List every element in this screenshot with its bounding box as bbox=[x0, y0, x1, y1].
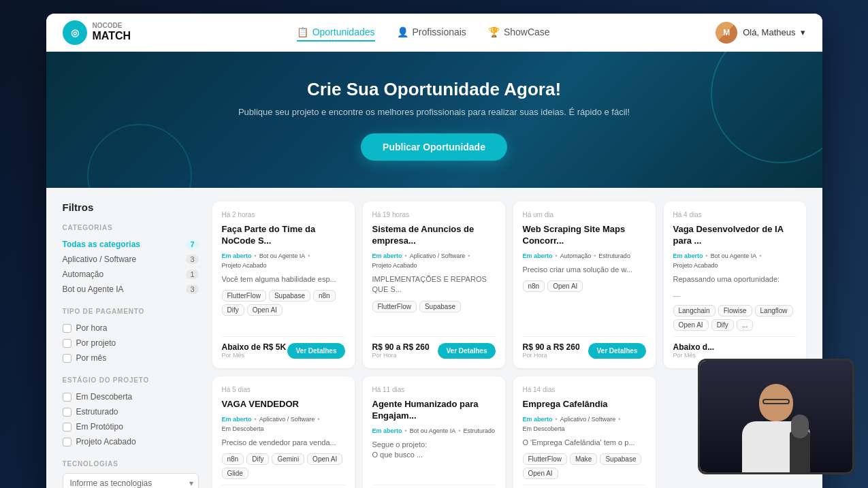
checkbox-por-projeto[interactable] bbox=[63, 339, 71, 348]
card-time-1: Há 2 horas bbox=[222, 211, 345, 218]
card-tech-2: FlutterFlow Supabase bbox=[372, 301, 496, 312]
card-footer-4: Abaixo d... Por Mês bbox=[673, 336, 797, 359]
card-desc-7: O 'Emprega Cafelândia' tem o p... bbox=[523, 438, 646, 448]
nav-showcase[interactable]: 🏆 ShowCase bbox=[488, 24, 550, 42]
stage-prototipo[interactable]: Em Protótipo bbox=[63, 419, 199, 434]
card-tags-1: Em aberto • Bot ou Agente IA • Projeto A… bbox=[222, 253, 345, 269]
card-price-sub-3: Por Hora bbox=[523, 352, 580, 359]
card-tags-2: Em aberto • Aplicativo / Software • Proj… bbox=[372, 253, 496, 269]
filter-app-software[interactable]: Aplicativo / Software 3 bbox=[63, 252, 199, 267]
hero-title: Crie Sua Oportunidade Agora! bbox=[87, 79, 782, 100]
card-title-4: Vaga Desenvolvedor de IA para ... bbox=[673, 224, 797, 247]
checkbox-por-mes[interactable] bbox=[63, 354, 71, 363]
card-desc-4: Repassando uma oportunidade: bbox=[673, 274, 797, 284]
filter-all-categories[interactable]: Todas as categorias 7 bbox=[63, 237, 199, 252]
person-glasses bbox=[762, 399, 790, 404]
card-desc-1: Você tem alguma habilidade esp... bbox=[222, 274, 345, 284]
checkbox-estruturado[interactable] bbox=[63, 408, 71, 417]
stage-descoberta[interactable]: Em Descoberta bbox=[63, 389, 199, 404]
card-btn-3[interactable]: Ver Detalhes bbox=[588, 343, 645, 359]
card-price-1: Abaixo de R$ 5K bbox=[222, 342, 287, 352]
card-title-1: Faça Parte do Time da NoCode S... bbox=[222, 224, 345, 247]
card-price-sub-2: Por Hora bbox=[372, 352, 430, 359]
card-desc-2: IMPLEMENTAÇÕES E REPAROS QUE S... bbox=[372, 274, 496, 295]
card-time-7: Há 14 dias bbox=[523, 386, 646, 393]
hero-subtitle: Publique seu projeto e encontre os melho… bbox=[87, 107, 782, 117]
payment-por-projeto[interactable]: Por projeto bbox=[63, 336, 199, 351]
card-title-3: Web Scraping Site Maps Concorr... bbox=[523, 224, 646, 247]
tech-dropdown-wrapper: Informe as tecnologias bbox=[63, 473, 199, 488]
card-tech-1: FlutterFlow Supabase n8n Dify Open AI bbox=[222, 290, 345, 316]
card-price-4: Abaixo d... bbox=[673, 342, 715, 352]
hero-banner: Crie Sua Oportunidade Agora! Publique se… bbox=[46, 52, 822, 188]
publish-opportunity-button[interactable]: Publicar Oportunidade bbox=[361, 133, 507, 161]
avatar: M bbox=[716, 22, 737, 44]
card-price-sub-4: Por Mês bbox=[673, 352, 715, 359]
filter-automacao[interactable]: Automação 1 bbox=[63, 267, 199, 282]
profissionais-icon: 👤 bbox=[397, 27, 408, 37]
card-time-4: Há 4 dias bbox=[673, 211, 797, 218]
microphone-stand bbox=[790, 432, 810, 472]
card-footer-3: R$ 90 a R$ 260 Por Hora Ver Detalhes bbox=[523, 336, 646, 359]
card-price-sub-1: Por Mês bbox=[222, 352, 287, 359]
payment-por-hora[interactable]: Por hora bbox=[63, 321, 199, 336]
card-tech-3: n8n Open AI bbox=[523, 280, 646, 292]
job-card-2: Há 19 horas Sistema de Anuncios de empre… bbox=[363, 201, 505, 368]
card-btn-1[interactable]: Ver Detalhes bbox=[287, 343, 344, 359]
job-card-3: Há um dia Web Scraping Site Maps Concorr… bbox=[513, 201, 656, 368]
showcase-icon: 🏆 bbox=[488, 27, 500, 37]
job-card-1: Há 2 horas Faça Parte do Time da NoCode … bbox=[212, 201, 355, 368]
card-title-7: Emprega Cafelândia bbox=[523, 399, 646, 410]
card-tech-5: n8n Dify Gemini Open AI Glide bbox=[222, 453, 345, 479]
card-tags-4: Em aberto • Bot ou Agente IA • Projeto A… bbox=[673, 253, 797, 269]
user-menu[interactable]: M Olá, Matheus ▾ bbox=[716, 22, 805, 44]
tech-dropdown[interactable]: Informe as tecnologias bbox=[63, 473, 199, 488]
card-desc-3: Preciso criar uma solução de w... bbox=[523, 265, 646, 275]
card-footer-5: Ver Detalhes bbox=[222, 485, 345, 488]
checkbox-descoberta[interactable] bbox=[63, 393, 71, 402]
card-tags-7: Em aberto • Aplicativo / Software • Em D… bbox=[523, 416, 646, 432]
project-stage-title: ESTÁGIO DO PROJETO bbox=[63, 376, 199, 384]
card-tech-4: Langchain Flowise Langflow Open AI Dify … bbox=[673, 305, 797, 331]
card-time-2: Há 19 horas bbox=[372, 211, 496, 218]
person-silhouette bbox=[735, 384, 817, 472]
card-time-6: Há 11 dias bbox=[372, 386, 496, 393]
card-btn-2[interactable]: Ver Detalhes bbox=[438, 343, 495, 359]
nav-oportunidades[interactable]: 📋 Oportunidades bbox=[297, 24, 375, 42]
logo-text-bottom: MATCH bbox=[93, 29, 131, 42]
stage-estruturado[interactable]: Estruturado bbox=[63, 404, 199, 419]
job-card-7: Há 14 dias Emprega Cafelândia Em aberto … bbox=[513, 376, 656, 488]
card-desc-6: Segue o projeto: O que busco ... bbox=[372, 440, 496, 461]
card-title-6: Agente Humanizado para Engajam... bbox=[372, 399, 496, 422]
card-price-2: R$ 90 a R$ 260 bbox=[372, 342, 430, 352]
checkbox-prototipo[interactable] bbox=[63, 423, 71, 432]
logo[interactable]: ◎ NOCODE MATCH bbox=[63, 20, 131, 45]
card-more-4: — bbox=[673, 291, 797, 299]
card-tech-7: FlutterFlow Make Supabase Open AI bbox=[523, 453, 646, 479]
user-name: Olá, Matheus bbox=[743, 27, 795, 37]
payment-por-mes[interactable]: Por mês bbox=[63, 351, 199, 365]
filter-bot-agente[interactable]: Bot ou Agente IA 3 bbox=[63, 282, 199, 297]
webcam-person bbox=[700, 361, 852, 472]
stage-acabado[interactable]: Projeto Acabado bbox=[63, 434, 199, 449]
navbar: ◎ NOCODE MATCH 📋 Oportunidades 👤 Profiss… bbox=[46, 14, 822, 52]
checkbox-acabado[interactable] bbox=[63, 438, 71, 446]
card-tags-3: Em aberto • Automação • Estruturado bbox=[523, 253, 646, 259]
card-footer-7: Ver Detalhes bbox=[523, 485, 646, 488]
card-desc-5: Preciso de vendedor para venda... bbox=[222, 438, 345, 448]
job-card-6: Há 11 dias Agente Humanizado para Engaja… bbox=[363, 376, 505, 488]
card-footer-6: Ver Detalhes bbox=[372, 485, 496, 488]
sidebar-filters: Filtros CATEGORIAS Todas as categorias 7… bbox=[63, 201, 199, 488]
card-title-2: Sistema de Anuncios de empresa... bbox=[372, 224, 496, 247]
job-card-5: Há 5 dias VAGA VENDEDOR Em aberto • Apli… bbox=[212, 376, 355, 488]
nav-links: 📋 Oportunidades 👤 Profissionais 🏆 ShowCa… bbox=[297, 24, 550, 42]
microphone-head bbox=[791, 414, 809, 438]
job-card-4: Há 4 dias Vaga Desenvolvedor de IA para … bbox=[664, 201, 806, 368]
nav-profissionais[interactable]: 👤 Profissionais bbox=[397, 24, 466, 42]
oportunidades-icon: 📋 bbox=[297, 27, 308, 37]
checkbox-por-hora[interactable] bbox=[63, 324, 71, 333]
webcam-overlay bbox=[698, 359, 854, 474]
person-head bbox=[759, 384, 793, 421]
categories-section-title: CATEGORIAS bbox=[63, 224, 199, 231]
filters-title: Filtros bbox=[63, 201, 199, 213]
